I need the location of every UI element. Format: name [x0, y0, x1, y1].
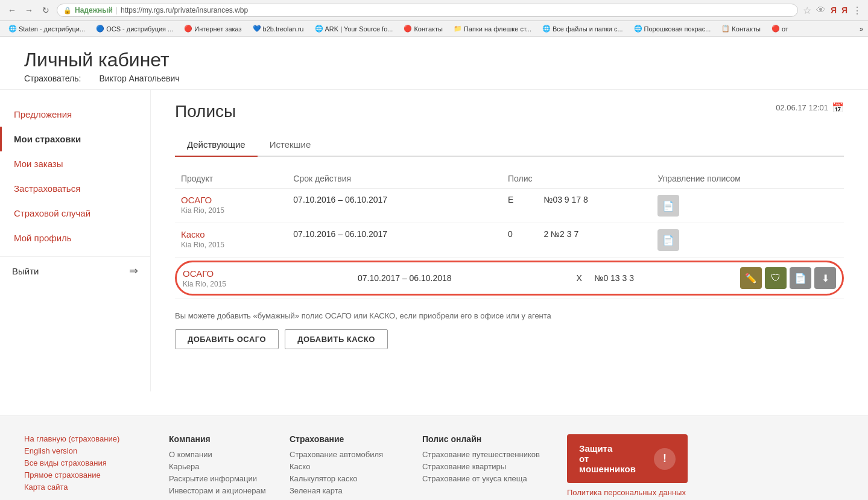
- col-policy: Полис: [502, 169, 651, 189]
- content-header: Полисы 02.06.17 12:01 📅: [175, 102, 844, 121]
- sidebar-item-offers[interactable]: Предложения: [0, 102, 150, 127]
- sidebar-logout[interactable]: Выйти ⇒: [0, 256, 150, 285]
- yandex-icon2: Я: [841, 5, 847, 15]
- download-icon: ⬇: [822, 273, 829, 284]
- edit-icon-button[interactable]: ✏️: [740, 267, 762, 289]
- document-icon: 📄: [662, 235, 674, 246]
- star-icon[interactable]: ☆: [803, 5, 811, 16]
- fraud-text: Защитаот мошенников: [579, 443, 645, 474]
- bookmark-item[interactable]: 🔴 Интернет заказ: [180, 24, 245, 34]
- footer-col-5: Защитаот мошенников ! Политика персональ…: [567, 434, 688, 500]
- footer-link-tick[interactable]: Страхование от укуса клеща: [422, 474, 555, 483]
- footer-link-sitemap[interactable]: Карта сайта: [24, 483, 157, 492]
- footer-link-kasko[interactable]: Каско: [290, 462, 410, 471]
- policy-type: ОСАГО: [183, 268, 358, 279]
- sidebar-item-my-profile[interactable]: Мой профиль: [0, 226, 150, 250]
- footer-link-privacy[interactable]: Политика персональных данных: [567, 488, 688, 497]
- sidebar-item-my-orders[interactable]: Мои заказы: [0, 151, 150, 176]
- bookmark-item[interactable]: 📁 Папки на флешке ст...: [450, 24, 535, 34]
- bookmark-item[interactable]: 💙 b2b.treolan.ru: [249, 24, 308, 34]
- policy-dates: 07.10.2016 – 06.10.2017: [287, 189, 502, 223]
- datetime-text: 02.06.17 12:01: [776, 103, 828, 112]
- footer-col4-heading: Полис онлайн: [422, 434, 555, 444]
- add-osago-button[interactable]: ДОБАВИТЬ ОСАГО: [175, 329, 279, 349]
- action-buttons: 📄: [657, 229, 838, 251]
- policy-type: Каско: [181, 229, 281, 239]
- col-product: Продукт: [175, 169, 287, 189]
- add-buttons: ДОБАВИТЬ ОСАГО ДОБАВИТЬ КАСКО: [175, 329, 844, 349]
- url-bar[interactable]: 🔒 Надежный | https://my.rgs.ru/private/i…: [57, 4, 798, 17]
- download-icon-button[interactable]: ⬇: [814, 267, 836, 289]
- footer-col2-heading: Компания: [169, 434, 277, 444]
- sidebar-item-my-insurances[interactable]: Мои страховки: [0, 127, 150, 151]
- footer-link-green-card[interactable]: Зеленая карта: [290, 486, 410, 495]
- main-layout: Предложения Мои страховки Мои заказы Зас…: [0, 90, 868, 391]
- footer-link-apartment[interactable]: Страхование квартиры: [422, 462, 555, 471]
- url-text: https://my.rgs.ru/private/insurances.wbp: [121, 6, 248, 14]
- footer-link-career[interactable]: Карьера: [169, 462, 277, 471]
- bookmark-item[interactable]: 📋 Контакты: [718, 24, 764, 34]
- footer-link-home[interactable]: На главную (страхование): [24, 434, 157, 443]
- eye-icon[interactable]: 👁: [816, 5, 826, 16]
- footer-link-investors[interactable]: Инвесторам и акционерам: [169, 486, 277, 495]
- page-header: Личный кабинет Страхователь: Виктор Анат…: [0, 37, 868, 90]
- footer-link-english[interactable]: English version: [24, 446, 157, 455]
- footer: На главную (страхование) English version…: [0, 416, 868, 500]
- lock-icon: 🔒: [63, 7, 72, 14]
- back-button[interactable]: ←: [6, 4, 18, 16]
- sidebar-item-insurance-case[interactable]: Страховой случай: [0, 201, 150, 226]
- info-text: Вы можете добавить «бумажный» полис ОСАГ…: [175, 311, 844, 320]
- fraud-banner[interactable]: Защитаот мошенников !: [567, 434, 688, 483]
- col-validity: Срок действия: [287, 169, 502, 189]
- content-datetime: 02.06.17 12:01 📅: [776, 102, 844, 113]
- footer-link-disclosure[interactable]: Раскрытие информации: [169, 474, 277, 483]
- forward-button[interactable]: →: [23, 4, 35, 16]
- document-icon-button[interactable]: 📄: [657, 195, 679, 217]
- footer-col-4: Полис онлайн Страхование путешественнико…: [422, 434, 555, 500]
- bookmark-item[interactable]: 🌐 ARK | Your Source fo...: [311, 24, 397, 34]
- tab-active[interactable]: Действующие: [175, 133, 258, 157]
- menu-dots[interactable]: ⋮: [852, 5, 862, 16]
- policy-series: 0: [502, 223, 537, 258]
- footer-link-all-insurance[interactable]: Все виды страхования: [24, 458, 157, 467]
- sidebar-item-insure[interactable]: Застраховаться: [0, 176, 150, 201]
- footer-link-direct[interactable]: Прямое страхование: [24, 470, 157, 479]
- bookmark-item[interactable]: 🌐 Все файлы и папки с...: [539, 24, 627, 34]
- logout-arrow-icon: ⇒: [129, 264, 138, 277]
- footer-col-2: Компания О компании Карьера Раскрытие ин…: [169, 434, 277, 500]
- policy-actions: 📄: [651, 223, 844, 258]
- tab-expired[interactable]: Истекшие: [258, 133, 323, 157]
- logout-label: Выйти: [12, 266, 39, 276]
- footer-link-car-insurance[interactable]: Страхование автомобиля: [290, 450, 410, 459]
- bookmark-item[interactable]: 🌐 Порошковая покрас...: [630, 24, 715, 34]
- policy-number: 2 №2 3 7: [537, 223, 651, 258]
- action-buttons: 📄: [657, 195, 838, 217]
- yandex-icon: Я: [831, 5, 837, 15]
- policy-number: №0 13 3 3: [594, 273, 740, 283]
- policy-number: №03 9 17 8: [537, 189, 651, 223]
- bookmark-item[interactable]: 🔵 OCS - дистрибуция ...: [92, 24, 177, 34]
- col-management: Управление полисом: [651, 169, 844, 189]
- more-bookmarks[interactable]: »: [860, 25, 863, 33]
- footer-col-3: Страхование Страхование автомобиля Каско…: [290, 434, 410, 500]
- footer-link-about[interactable]: О компании: [169, 450, 277, 459]
- bookmarks-bar: 🌐 Staten - дистрибуци... 🔵 OCS - дистриб…: [0, 21, 868, 37]
- document-icon-button[interactable]: 📄: [657, 229, 679, 251]
- policy-actions: ✏️ 🛡 📄 ⬇: [740, 267, 836, 289]
- bookmark-item[interactable]: 🔴 от: [768, 24, 792, 34]
- shield-icon: 🛡: [771, 273, 781, 283]
- footer-link-kasko-calc[interactable]: Калькулятор каско: [290, 474, 410, 483]
- footer-grid: На главную (страхование) English version…: [24, 434, 844, 500]
- shield-icon-button[interactable]: 🛡: [765, 267, 787, 289]
- fraud-exclamation-icon: !: [654, 448, 676, 470]
- bookmark-item[interactable]: 🌐 Staten - дистрибуци...: [5, 24, 89, 34]
- add-kasko-button[interactable]: ДОБАВИТЬ КАСКО: [285, 329, 388, 349]
- bookmark-item[interactable]: 🔴 Контакты: [400, 24, 446, 34]
- policy-vehicle: Kia Rio, 2015: [183, 280, 358, 288]
- refresh-button[interactable]: ↻: [40, 4, 52, 16]
- footer-link-travel[interactable]: Страхование путешественников: [422, 450, 555, 459]
- pdf-icon-button[interactable]: 📄: [790, 267, 811, 289]
- footer-col-1: На главную (страхование) English version…: [24, 434, 157, 500]
- policy-dates: 07.10.2017 – 06.10.2018: [358, 273, 576, 283]
- policy-actions: 📄: [651, 189, 844, 223]
